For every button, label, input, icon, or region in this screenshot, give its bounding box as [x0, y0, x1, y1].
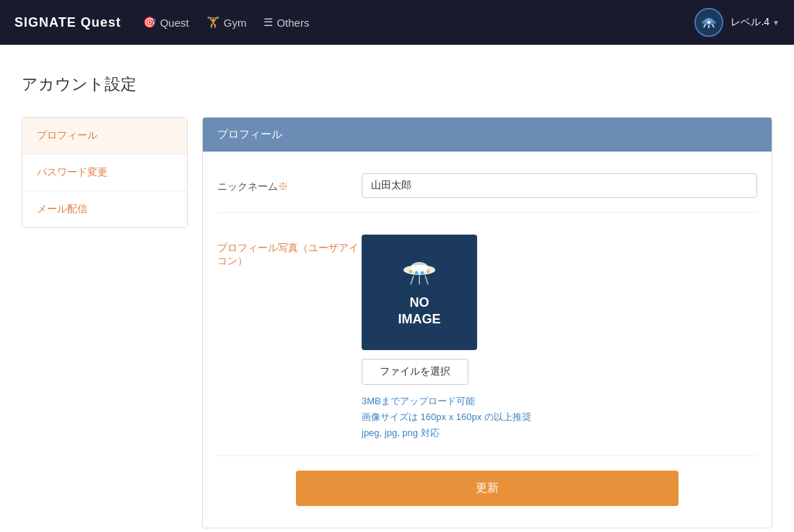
- main-content: アカウント設定 プロフィール パスワード変更 メール配信 プロフィール: [0, 45, 794, 532]
- panel-header-text: プロフィール: [217, 128, 282, 140]
- sidebar: プロフィール パスワード変更 メール配信: [22, 117, 188, 228]
- nickname-label: ニックネーム※: [217, 173, 362, 193]
- nickname-input[interactable]: [362, 173, 757, 198]
- menu-icon: ☰: [263, 16, 273, 29]
- no-image-text: NO IMAGE: [398, 295, 440, 328]
- upload-info-3: jpeg, jpg, png 対応: [362, 425, 531, 441]
- svg-point-8: [409, 269, 413, 273]
- profile-panel: プロフィール ニックネーム※ プロフィール写真（ユーザアイコン）: [202, 117, 772, 528]
- navbar-left: SIGNATE Quest 🎯 Quest 🏋 Gym ☰ Others: [14, 15, 309, 30]
- others-label: Others: [276, 17, 309, 29]
- gym-icon: 🏋: [206, 16, 220, 29]
- ufo-svg-icon: [398, 257, 441, 286]
- no-image-line2: IMAGE: [398, 312, 440, 326]
- sidebar-item-profile[interactable]: プロフィール: [22, 118, 187, 154]
- svg-line-12: [411, 276, 414, 284]
- nickname-row: ニックネーム※: [217, 173, 757, 213]
- avatar-ufo-icon: [699, 12, 719, 32]
- upload-info-1: 3MBまでアップロード可能: [362, 393, 531, 409]
- nav-others[interactable]: ☰ Others: [263, 16, 309, 29]
- navbar: SIGNATE Quest 🎯 Quest 🏋 Gym ☰ Others: [0, 0, 794, 45]
- navbar-right: レベル.4 ▼: [694, 8, 780, 37]
- nav-quest[interactable]: 🎯 Quest: [143, 16, 189, 29]
- svg-point-7: [411, 262, 428, 274]
- sidebar-profile-label: プロフィール: [37, 129, 97, 141]
- required-mark: ※: [278, 180, 288, 192]
- sidebar-item-password[interactable]: パスワード変更: [22, 154, 187, 191]
- submit-button[interactable]: 更新: [296, 471, 679, 506]
- file-button-label: ファイルを選択: [380, 365, 450, 377]
- panel-body: ニックネーム※ プロフィール写真（ユーザアイコン）: [203, 152, 772, 528]
- svg-line-3: [704, 25, 705, 27]
- file-select-button[interactable]: ファイルを選択: [362, 359, 468, 385]
- level-text: レベル.4: [730, 16, 769, 29]
- photo-content: NO IMAGE ファイルを選択 3MBまでアップロード可能 画像サイズは 16…: [362, 235, 757, 441]
- no-image-placeholder: NO IMAGE: [362, 235, 477, 350]
- brand-logo[interactable]: SIGNATE Quest: [14, 15, 121, 30]
- sidebar-email-label: メール配信: [37, 203, 87, 214]
- quest-label: Quest: [160, 17, 189, 29]
- nickname-label-text: ニックネーム: [217, 180, 278, 192]
- page-title: アカウント設定: [22, 74, 772, 95]
- nav-links: 🎯 Quest 🏋 Gym ☰ Others: [143, 16, 310, 29]
- gym-label: Gym: [224, 17, 247, 29]
- panel-header: プロフィール: [203, 118, 772, 152]
- svg-point-10: [421, 271, 424, 274]
- upload-info: 3MBまでアップロード可能 画像サイズは 160px x 160px の以上推奨…: [362, 393, 531, 441]
- svg-line-5: [712, 25, 714, 27]
- no-image-line1: NO: [409, 295, 429, 310]
- nav-gym[interactable]: 🏋 Gym: [206, 16, 247, 29]
- user-level[interactable]: レベル.4 ▼: [730, 16, 780, 29]
- upload-info-2: 画像サイズは 160px x 160px の以上推奨: [362, 409, 531, 425]
- chevron-down-icon: ▼: [772, 19, 780, 27]
- svg-point-9: [415, 271, 419, 274]
- sidebar-item-email[interactable]: メール配信: [22, 191, 187, 227]
- layout: プロフィール パスワード変更 メール配信 プロフィール ニックネーム※: [22, 117, 772, 528]
- avatar: [694, 8, 723, 37]
- photo-row: プロフィール写真（ユーザアイコン）: [217, 235, 757, 441]
- submit-label: 更新: [476, 481, 499, 494]
- photo-label: プロフィール写真（ユーザアイコン）: [217, 235, 362, 268]
- compass-icon: 🎯: [143, 16, 157, 29]
- svg-point-11: [427, 269, 430, 273]
- submit-row: 更新: [217, 455, 757, 506]
- avatar-image: [696, 9, 722, 35]
- svg-point-2: [707, 21, 710, 24]
- photo-label-text: プロフィール写真（ユーザアイコン）: [217, 242, 359, 266]
- svg-line-14: [425, 276, 428, 284]
- sidebar-password-label: パスワード変更: [37, 166, 108, 178]
